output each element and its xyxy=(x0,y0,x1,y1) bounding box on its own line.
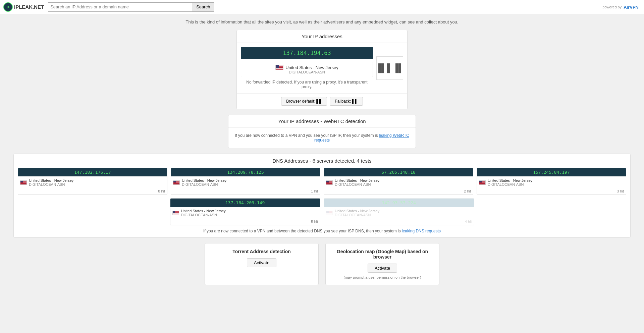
geolocation-activate-button[interactable]: Activate xyxy=(368,264,397,273)
barcode-icon: ▐▌▌▐▌ xyxy=(375,63,404,73)
dns-server-card-4: 137.184.209.149 United States - New Jers… xyxy=(170,198,321,225)
dns-hits-5: 4 hit xyxy=(324,219,474,225)
dns-server-card-5: 142.93.57.224 United States - New Jersey… xyxy=(324,198,474,225)
torrent-card: Torrent Address detection Activate xyxy=(205,243,319,285)
dns-footer-text: If you are now connected to a VPN and be… xyxy=(203,229,401,233)
dns-location-1: United States - New Jersey DIGITALOCEAN-… xyxy=(171,176,320,188)
dns-ip-5: 142.93.57.224 xyxy=(324,199,474,207)
dns-hits-3: 3 hit xyxy=(477,188,626,195)
dns-flag-5 xyxy=(326,211,333,215)
dns-hits-0: 8 hit xyxy=(18,188,167,195)
torrent-card-title: Torrent Address detection xyxy=(210,249,313,254)
search-form: Search xyxy=(48,2,214,12)
geolocation-card: Geolocation map (Google Map) based on br… xyxy=(325,243,439,285)
dns-leak-link[interactable]: leaking DNS requests xyxy=(402,229,441,233)
ip-addresses-card: Your IP addresses 137.184.194.63 United … xyxy=(236,30,408,109)
ip-barcode-area: ▐▌▌▐▌ xyxy=(376,56,403,80)
dns-section: DNS Addresses - 6 servers detected, 4 te… xyxy=(13,154,631,238)
dns-country-1: United States - New Jersey xyxy=(182,178,226,182)
dns-location-5: United States - New Jersey DIGITALOCEAN-… xyxy=(324,207,474,219)
dns-ip-4: 137.184.209.149 xyxy=(170,199,320,207)
dns-asn-1: DIGITALOCEAN-ASN xyxy=(182,182,226,186)
dns-hits-1: 1 hit xyxy=(171,188,320,195)
powered-by-label: powered by xyxy=(602,5,622,9)
ip-main-block: 137.184.194.63 United States - New Jerse… xyxy=(241,47,373,89)
browser-default-button[interactable]: Browser default: ▌▌ xyxy=(281,97,327,106)
fallback-button[interactable]: Fallback: ▌▌ xyxy=(330,97,363,106)
dns-country-3: United States - New Jersey xyxy=(488,178,532,182)
ip-asn: DIGITALOCEAN-ASN xyxy=(244,70,370,74)
search-input[interactable] xyxy=(48,2,192,12)
dns-asn-3: DIGITALOCEAN-ASN xyxy=(488,182,532,186)
dns-server-card-0: 147.182.176.17 United States - New Jerse… xyxy=(18,168,167,195)
webrtc-card-body: If you are now connected to a VPN and yo… xyxy=(228,128,416,148)
powered-by: powered by AirVPN xyxy=(602,4,639,9)
webrtc-body-text: If you are now connected to a VPN and yo… xyxy=(235,133,378,138)
dns-country-2: United States - New Jersey xyxy=(335,178,379,182)
search-button[interactable]: Search xyxy=(192,2,214,12)
dns-hits-2: 2 hit xyxy=(324,188,473,195)
webrtc-card-title: Your IP addresses - WebRTC detection xyxy=(228,115,416,128)
no-forward-message: No forwarded IP detected. If you are usi… xyxy=(241,80,373,89)
dns-hits-4: 5 hit xyxy=(170,219,320,225)
dns-country-5: United States - New Jersey xyxy=(335,209,379,213)
logo-icon: IP xyxy=(3,2,13,12)
bottom-cards: Torrent Address detection Activate Geolo… xyxy=(205,243,439,285)
dns-location-2: United States - New Jersey DIGITALOCEAN-… xyxy=(324,176,473,188)
ip-buttons: Browser default: ▌▌ Fallback: ▌▌ xyxy=(237,93,407,109)
webrtc-card: Your IP addresses - WebRTC detection If … xyxy=(228,115,416,148)
dns-location-3: United States - New Jersey DIGITALOCEAN-… xyxy=(477,176,626,188)
dns-asn-4: DIGITALOCEAN-ASN xyxy=(181,213,226,217)
dns-grid-row1: 147.182.176.17 United States - New Jerse… xyxy=(18,168,626,195)
dns-flag-0 xyxy=(20,180,27,185)
dns-ip-2: 67.205.148.18 xyxy=(324,168,473,176)
logo-link[interactable]: IP IPLEAK.NET xyxy=(3,2,44,12)
dns-ip-0: 147.182.176.17 xyxy=(18,168,167,176)
geolocation-card-title: Geolocation map (Google Map) based on br… xyxy=(331,249,434,260)
dns-country-4: United States - New Jersey xyxy=(181,209,226,213)
dns-grid-row2: 137.184.209.149 United States - New Jers… xyxy=(170,198,474,225)
dns-location-0: United States - New Jersey DIGITALOCEAN-… xyxy=(18,176,167,188)
logo-text: IPLEAK.NET xyxy=(14,4,44,10)
dns-flag-3 xyxy=(479,180,486,185)
header: IP IPLEAK.NET Search powered by AirVPN xyxy=(0,0,644,14)
dns-server-card-1: 134.209.78.125 United States - New Jerse… xyxy=(171,168,320,195)
dns-asn-5: DIGITALOCEAN-ASN xyxy=(335,213,379,217)
dns-ip-1: 134.209.78.125 xyxy=(171,168,320,176)
torrent-activate-button[interactable]: Activate xyxy=(247,258,276,267)
svg-text:IP: IP xyxy=(7,6,10,9)
main-content: This is the kind of information that all… xyxy=(0,14,644,298)
us-flag-icon xyxy=(275,65,283,70)
dns-flag-4 xyxy=(172,211,179,215)
ip-card-title: Your IP addresses xyxy=(237,30,407,43)
dns-asn-0: DIGITALOCEAN-ASN xyxy=(29,182,73,186)
subtitle: This is the kind of information that all… xyxy=(7,19,637,24)
geolocation-note: (may prompt a user permission on the bro… xyxy=(331,275,434,279)
dns-flag-2 xyxy=(326,180,333,185)
ip-location-box: United States - New Jersey DIGITALOCEAN-… xyxy=(241,62,373,77)
dns-ip-3: 157.245.84.197 xyxy=(477,168,626,176)
dns-title: DNS Addresses - 6 servers detected, 4 te… xyxy=(18,158,626,164)
dns-location-4: United States - New Jersey DIGITALOCEAN-… xyxy=(170,207,320,219)
airvpn-logo: AirVPN xyxy=(624,4,639,9)
ip-address-display: 137.184.194.63 xyxy=(241,47,373,59)
dns-footer: If you are now connected to a VPN and be… xyxy=(18,229,626,233)
dns-server-card-2: 67.205.148.18 United States - New Jersey… xyxy=(324,168,473,195)
dns-asn-2: DIGITALOCEAN-ASN xyxy=(335,182,379,186)
dns-server-card-3: 157.245.84.197 United States - New Jerse… xyxy=(477,168,626,195)
dns-flag-1 xyxy=(173,180,180,185)
ip-country: United States - New Jersey xyxy=(285,65,338,70)
dns-country-0: United States - New Jersey xyxy=(29,178,73,182)
